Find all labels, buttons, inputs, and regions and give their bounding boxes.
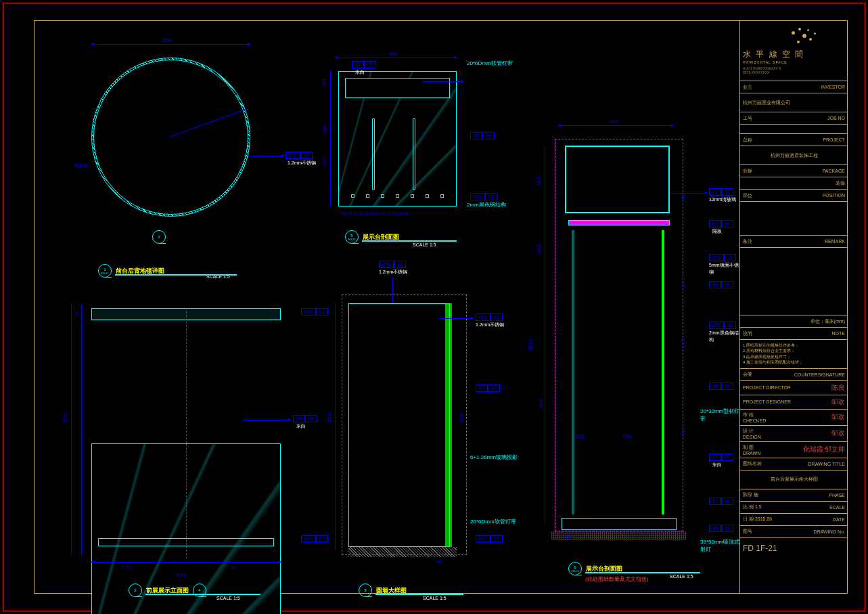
tag: SF05: [709, 525, 733, 532]
company-name-en: HORIZONTAL SPACE: [743, 60, 845, 64]
view1-title: 1FD-17 前台后背地毯详图: [98, 264, 164, 278]
scale: SCALE 1:5: [670, 574, 693, 579]
d100b: 100: [575, 433, 584, 439]
d: 350: [680, 426, 686, 435]
project-val: 杭州万丽酒店装饰工程: [740, 146, 848, 165]
row-date: 日 期 2010.06DATE: [740, 514, 848, 526]
note: 2mm黑色钢结构: [467, 201, 506, 209]
tag-st09: ST09: [470, 132, 495, 139]
row-jobno: 工号JOB NO: [740, 112, 848, 125]
scale: SCALE 1:5: [216, 596, 240, 600]
dim-line: [91, 44, 250, 45]
package-val: 装饰: [740, 177, 848, 190]
drawing-title: 前台后背展示柜大样图: [740, 470, 848, 489]
d40: 40: [436, 558, 442, 565]
ground: [551, 531, 687, 540]
tag-mtl01: MTL01: [285, 152, 313, 159]
d750: 750: [622, 433, 631, 439]
v6-top-box: [565, 146, 670, 213]
dimv: [545, 146, 545, 525]
d300: 300: [536, 176, 542, 185]
glass: 6+1.26mm玻璃投影: [470, 454, 518, 461]
ul: [145, 594, 260, 595]
note: 1.2mm不锈钢: [476, 322, 504, 328]
note: 1.2mm不锈钢: [379, 269, 407, 276]
v6note: (此处图纸数量及尤文指送): [585, 575, 648, 583]
dim: [335, 58, 457, 58]
row-note: 说明NOTE: [740, 328, 848, 340]
leader: [423, 81, 463, 82]
remark-val: [740, 248, 848, 315]
logo-area: 水 平 線 空 間 HORIZONTAL SPACE 杭州市西湖区XX路XXX号…: [740, 20, 848, 81]
jobno-val: [740, 125, 848, 134]
circle-inner: [93, 60, 248, 215]
company-name-cn: 水 平 線 空 間: [743, 49, 845, 60]
row-pdes: PROJECT DESIGNER邹欢: [740, 395, 848, 410]
dim-v: [330, 71, 331, 206]
bar: [372, 118, 375, 190]
ul: [375, 594, 463, 595]
v6-glass: [662, 230, 664, 514]
row-investor: 业主INVESTOR: [740, 81, 848, 93]
centerline: [186, 308, 187, 558]
dimv: [335, 303, 336, 550]
d30: 30: [230, 564, 236, 570]
row-phase: 阶段 施PHASE: [740, 489, 848, 502]
v2-title: 2 前展展示立面图 4: [129, 584, 206, 597]
note: 米白: [296, 423, 306, 430]
d: 300: [680, 193, 686, 202]
dots-row: [345, 192, 450, 200]
d450: 450: [321, 125, 327, 134]
dim: [91, 562, 281, 563]
d800b: 800: [459, 413, 465, 422]
bar: [413, 118, 415, 190]
v3-title: 3 圆墙大样图: [359, 584, 407, 597]
d800: 800: [62, 413, 68, 422]
row-dt: 图纸名称DRAWING TITLE: [740, 458, 848, 470]
tag: MTL01: [301, 535, 328, 542]
d: 650: [680, 338, 686, 347]
tag: CL05: [709, 188, 733, 196]
d100: 100: [321, 78, 327, 87]
led: 20*6Dmm软管灯带: [470, 518, 516, 525]
d1330: 1330: [528, 338, 534, 351]
title-underline: [115, 274, 237, 276]
tag-st05: ST05: [352, 61, 376, 68]
tag: SF05: [709, 281, 733, 288]
position-val: [740, 202, 848, 236]
v6-title: 6FD-21 展示台剖面图: [568, 562, 622, 575]
dim: [558, 125, 673, 126]
scale: SCALE 1:5: [423, 596, 447, 600]
n: 米白: [712, 462, 722, 468]
view5-title: 5FD-21 展示台剖面图: [345, 230, 399, 244]
dimv: [71, 305, 72, 555]
tag: MTL01: [379, 261, 406, 268]
row-cs: 会签COUNTERSIGNATURE: [740, 369, 848, 381]
tag: MTL01: [476, 313, 503, 321]
v6-base: [562, 518, 677, 530]
d250: 250: [321, 156, 327, 165]
led2: 20*30mm型材灯带: [700, 408, 741, 422]
drawing-number: FD 1F-21: [740, 538, 848, 558]
v3-edge: [445, 303, 452, 547]
scale: SCALE 1:5: [413, 242, 436, 247]
d340: 340: [609, 118, 618, 125]
tag-mtl02: MTL02: [470, 193, 497, 200]
dim-r300: R300: [74, 162, 87, 169]
logo-icon: [743, 26, 845, 46]
tag: ST05: [709, 454, 733, 461]
row-drw: 制 图DRAWN化瑞霞 邹文帅: [740, 442, 848, 458]
notes: 1.图纸所标注的规格仅作参考； 2.所有材料须符合业主要求； 3.由承建商现场复…: [740, 340, 848, 369]
row-position: 部位POSITION: [740, 190, 848, 202]
tag: MTL02: [709, 322, 736, 329]
leader: [440, 318, 474, 319]
v6-shelf: [568, 220, 670, 225]
d20: 20: [565, 533, 571, 540]
v6-back: [572, 230, 574, 514]
row-des: 设 计DESIGN邹欢: [740, 426, 848, 442]
tag: PG07: [709, 220, 733, 227]
unit: 单位：毫米(mm): [740, 315, 848, 328]
dim-400: 400: [389, 51, 398, 57]
dimv: [81, 305, 82, 555]
ul: [585, 572, 700, 573]
